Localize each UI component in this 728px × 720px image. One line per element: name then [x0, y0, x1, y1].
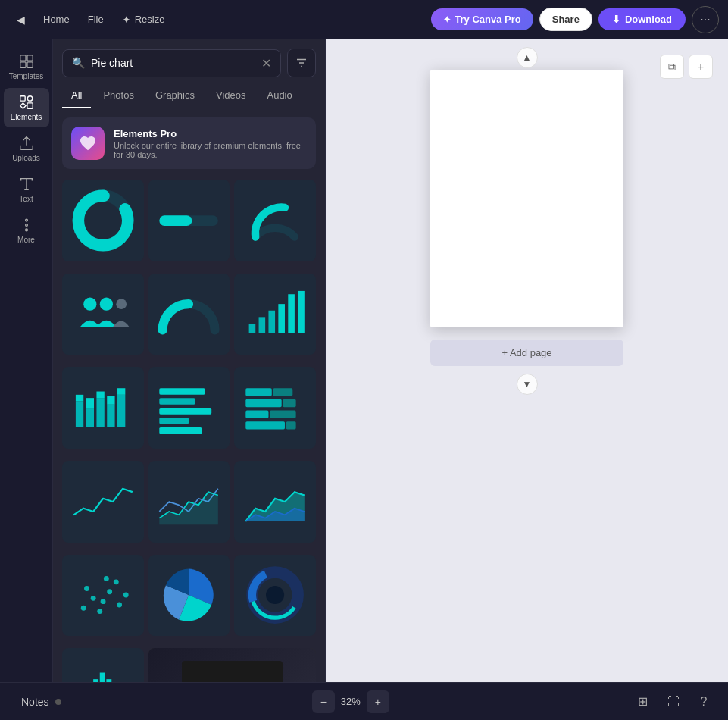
svg-point-59: [114, 580, 119, 585]
arc-chart-svg: [242, 188, 308, 253]
download-label: Download: [625, 14, 672, 25]
promo-banner[interactable]: Elements Pro Unlock our entire library o…: [62, 117, 316, 169]
fullscreen-button[interactable]: ⛶: [661, 690, 686, 714]
chart-item-people[interactable]: [62, 274, 144, 355]
chart-item-line1[interactable]: [62, 461, 144, 543]
svg-rect-27: [76, 402, 83, 427]
zoom-percent: 32%: [341, 696, 361, 707]
chart-item-scatter[interactable]: [62, 555, 144, 637]
main-layout: Templates Elements Uploads Text: [0, 39, 728, 720]
svg-point-56: [100, 599, 105, 605]
canvas-add-button[interactable]: +: [689, 55, 713, 79]
zoom-in-button[interactable]: +: [367, 690, 389, 713]
back-button[interactable]: ◀: [9, 9, 33, 30]
svg-rect-40: [160, 418, 189, 424]
svg-point-60: [117, 603, 122, 608]
svg-rect-32: [96, 392, 104, 399]
file-label: File: [88, 14, 104, 25]
canvas-page: [430, 70, 623, 327]
svg-point-18: [83, 298, 96, 311]
help-button[interactable]: ?: [692, 690, 716, 714]
zoom-out-button[interactable]: −: [312, 690, 335, 713]
chart-item-pie1[interactable]: [148, 555, 230, 637]
add-page-button[interactable]: + Add page: [430, 340, 623, 366]
svg-point-66: [266, 586, 284, 604]
svg-point-58: [97, 609, 102, 615]
chart-item-area[interactable]: [234, 461, 316, 543]
sidebar-item-uploads[interactable]: Uploads: [4, 129, 49, 168]
chart-row-2: [62, 274, 316, 355]
sidebar-item-templates[interactable]: Templates: [4, 47, 49, 86]
sidebar-item-elements[interactable]: Elements: [4, 88, 49, 127]
svg-rect-42: [245, 388, 271, 396]
svg-point-10: [25, 229, 27, 231]
right-buttons: ⊞ ⛶ ?: [631, 690, 716, 714]
svg-point-53: [81, 606, 86, 611]
scroll-down-button[interactable]: ▼: [517, 374, 538, 395]
sidebar-item-more[interactable]: More: [4, 211, 49, 250]
uploads-label: Uploads: [12, 154, 40, 162]
tab-videos[interactable]: Videos: [207, 83, 255, 108]
chart-item-semi-donut[interactable]: [148, 274, 230, 355]
svg-rect-4: [20, 96, 24, 101]
sidebar-item-text[interactable]: Text: [4, 170, 49, 209]
promo-text: Elements Pro Unlock our entire library o…: [114, 128, 307, 159]
heart-star-icon: [79, 134, 97, 152]
canvas-copy-button[interactable]: ⧉: [660, 55, 684, 79]
tab-photos[interactable]: Photos: [94, 83, 142, 108]
chart-item-stacked-h[interactable]: [234, 367, 316, 449]
chart-item-bar-grow[interactable]: [234, 274, 316, 355]
topbar: ◀ Home File ✦ Resize ✦ Try Canva Pro Sha…: [0, 0, 728, 39]
svg-rect-39: [160, 408, 212, 415]
download-button[interactable]: ⬇ Download: [598, 8, 686, 30]
line-chart-2-svg: [156, 469, 221, 534]
try-pro-label: Try Canva Pro: [455, 14, 520, 25]
tab-all[interactable]: All: [62, 83, 91, 108]
svg-rect-36: [117, 388, 125, 395]
templates-icon: [18, 53, 35, 70]
chart-item-v-bars[interactable]: [62, 367, 144, 449]
chart-item-progress-bar[interactable]: [148, 180, 230, 261]
tab-audio[interactable]: Audio: [258, 83, 301, 108]
svg-point-9: [25, 224, 27, 227]
svg-rect-31: [96, 398, 104, 427]
chart-item-donut2[interactable]: [234, 555, 316, 637]
chart-item-h-bars[interactable]: [148, 367, 230, 449]
svg-rect-26: [298, 291, 305, 333]
notes-button[interactable]: Notes: [12, 691, 70, 712]
resize-button[interactable]: ✦ Resize: [114, 9, 173, 30]
home-button[interactable]: Home: [36, 9, 77, 30]
chart-row-1: [62, 180, 316, 261]
more-options-button[interactable]: ···: [692, 6, 719, 33]
scroll-up-button[interactable]: ▲: [517, 47, 538, 68]
file-button[interactable]: File: [80, 9, 111, 30]
svg-rect-33: [107, 405, 114, 427]
svg-point-54: [90, 596, 95, 601]
svg-rect-35: [117, 395, 125, 427]
try-pro-button[interactable]: ✦ Try Canva Pro: [431, 8, 533, 30]
svg-rect-43: [273, 388, 293, 396]
chart-item-donut1[interactable]: [62, 180, 144, 261]
area-chart-svg: [242, 469, 308, 534]
svg-point-61: [123, 593, 129, 598]
canvas-area: ⧉ + ▲ + Add page ▼: [326, 39, 728, 720]
filter-button[interactable]: [287, 49, 316, 77]
share-button[interactable]: Share: [539, 8, 592, 31]
semi-donut-svg: [156, 281, 221, 346]
svg-rect-0: [20, 55, 25, 61]
promo-icon: [71, 127, 105, 160]
search-input[interactable]: [91, 57, 255, 69]
svg-rect-2: [20, 62, 25, 67]
svg-marker-50: [160, 492, 219, 524]
chart-item-arc[interactable]: [234, 180, 316, 261]
elements-label: Elements: [11, 113, 42, 121]
svg-point-8: [25, 219, 27, 221]
svg-point-20: [116, 299, 127, 310]
chart-item-line2[interactable]: [148, 461, 230, 543]
clear-search-button[interactable]: ✕: [261, 56, 271, 70]
donut-chart-1-svg: [70, 188, 136, 253]
topbar-right: ✦ Try Canva Pro Share ⬇ Download ···: [431, 6, 719, 33]
share-label: Share: [552, 14, 580, 25]
tab-graphics[interactable]: Graphics: [146, 83, 204, 108]
grid-view-button[interactable]: ⊞: [631, 690, 655, 714]
